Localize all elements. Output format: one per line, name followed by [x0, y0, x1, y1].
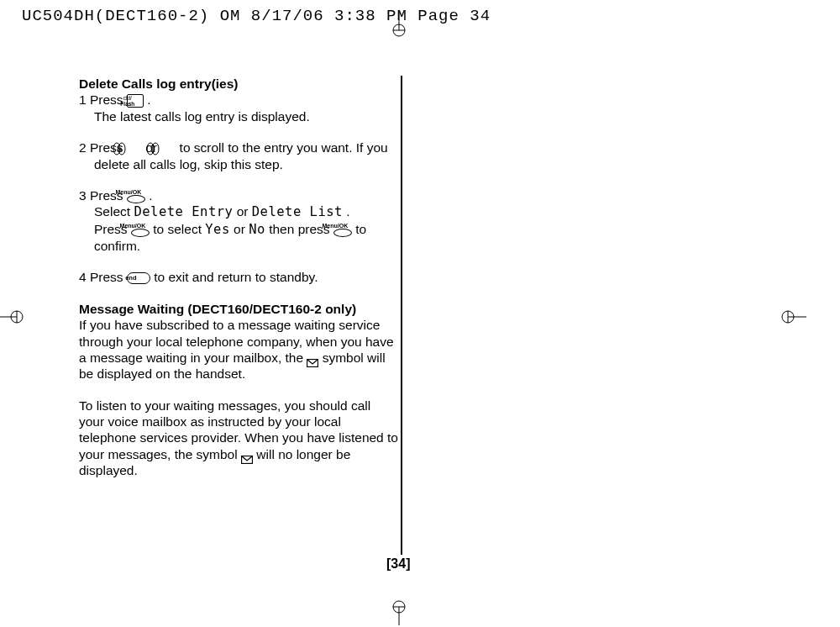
- step-4-text-a: 4 Press: [79, 270, 127, 284]
- section-2-p2: To listen to your waiting messages, you …: [79, 398, 398, 479]
- step-3-line3b: to select: [153, 222, 205, 236]
- step-3-or: or: [237, 204, 252, 219]
- crop-mark-right: [781, 304, 798, 321]
- section-heading-1: Delete Calls log entry(ies): [79, 76, 398, 92]
- crop-mark-bottom: [386, 600, 403, 617]
- svg-text:rdl: rdl: [117, 147, 123, 152]
- cid-flash-button-icon: cid/ Flash: [127, 94, 144, 108]
- delete-list-label: Delete List: [252, 204, 343, 219]
- delete-entry-label: Delete Entry: [134, 204, 233, 219]
- step-3-text-b: .: [149, 188, 152, 203]
- menu-ok-button-icon-2: Menu/OK: [131, 223, 150, 237]
- step-1: 1 Press cid/ Flash . The latest calls lo…: [79, 92, 398, 124]
- crop-mark-top: [386, 12, 403, 29]
- section-2: Message Waiting (DECT160/DECT160-2 only)…: [79, 301, 398, 382]
- page-number: [34]: [386, 556, 410, 572]
- envelope-icon: [307, 355, 318, 363]
- envelope-icon-2: [241, 451, 253, 460]
- step-1-text-b: .: [147, 92, 150, 107]
- menu-ok-button-icon: Menu/OK: [127, 189, 145, 203]
- end-button-icon: end: [127, 272, 150, 284]
- no-label: No: [249, 222, 265, 237]
- step-3: 3 Press Menu/OK . Select Delete Entry or…: [79, 187, 398, 255]
- step-1-text-a: 1 Press: [79, 92, 127, 107]
- step-3-line2a: Select: [94, 204, 134, 219]
- section-heading-2: Message Waiting (DECT160/DECT160-2 only): [79, 301, 398, 317]
- step-3-line2b: .: [346, 204, 349, 219]
- step-4: 4 Press end to exit and return to standb…: [79, 269, 398, 285]
- menu-ok-button-icon-3: Menu/OK: [333, 223, 352, 237]
- column-divider: [401, 76, 402, 555]
- scroll-down-icon: [160, 142, 176, 155]
- body-text: Delete Calls log entry(ies) 1 Press cid/…: [79, 76, 398, 494]
- yes-label: Yes: [205, 222, 230, 237]
- print-header: UC504DH(DECT160-2) OM 8/17/06 3:38 PM Pa…: [22, 7, 491, 25]
- step-3-line3c: or: [234, 222, 249, 236]
- scroll-up-icon: rdl: [127, 142, 142, 155]
- crop-mark-left: [0, 304, 15, 321]
- step-4-text-b: to exit and return to standby.: [154, 270, 318, 284]
- step-2: 2 Press rdl or to scroll to the entry yo…: [79, 140, 398, 172]
- step-1-line2: The latest calls log entry is displayed.: [94, 109, 310, 124]
